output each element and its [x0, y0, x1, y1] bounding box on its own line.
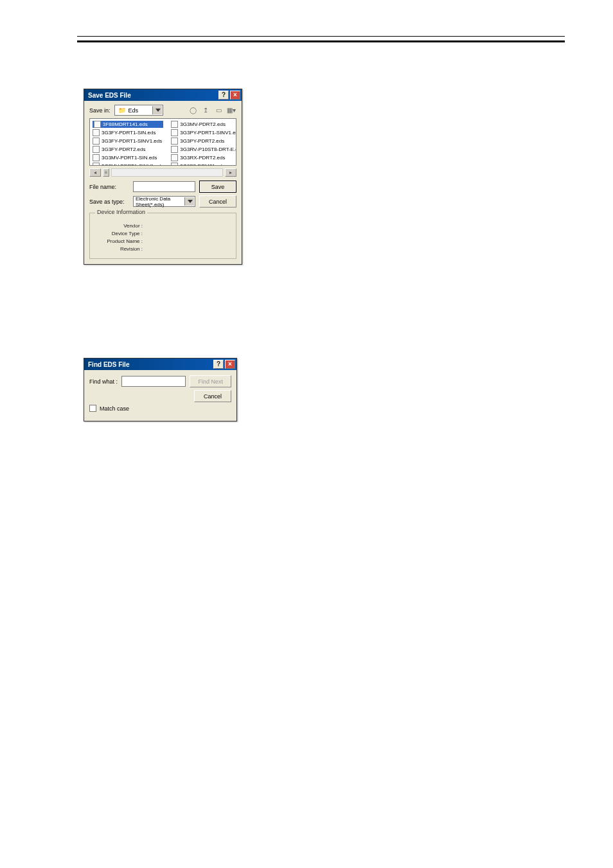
file-item[interactable]: 3G3PY-PDRT1-SINV1.eds — [171, 129, 236, 136]
find-dialog-titlebar: Find EDS File ? × — [84, 359, 236, 370]
save-in-value: Eds — [129, 107, 139, 114]
save-eds-dialog: Save EDS File ? × Save in: 📁 Eds ◯ ↥ ▭ — [84, 89, 242, 265]
file-icon — [171, 121, 178, 128]
file-icon — [171, 154, 178, 161]
cancel-button[interactable]: Cancel — [199, 195, 236, 208]
save-as-type-value: Electronic Data Sheet(*.eds) — [136, 196, 184, 208]
vendor-label: Vendor : — [96, 222, 143, 230]
file-icon — [93, 129, 100, 136]
match-case-label: Match case — [100, 405, 129, 412]
up-icon[interactable]: ↥ — [200, 105, 211, 115]
file-icon — [171, 137, 178, 145]
save-dialog-titlebar: Save EDS File ? × — [84, 89, 242, 101]
scroll-thumb[interactable]: ≡ — [103, 168, 109, 177]
file-icon — [171, 129, 178, 136]
back-icon[interactable]: ◯ — [188, 105, 198, 115]
file-name-input[interactable] — [133, 181, 195, 192]
close-button[interactable]: × — [230, 91, 240, 100]
match-case-checkbox[interactable]: Match case — [89, 405, 129, 412]
find-what-input[interactable] — [121, 376, 186, 387]
save-button[interactable]: Save — [199, 181, 236, 193]
new-folder-icon[interactable]: ▭ — [213, 105, 224, 115]
file-item[interactable]: 3G3RX-PDRT2.eds — [171, 154, 236, 161]
find-dialog-title: Find EDS File — [88, 361, 129, 368]
product-name-label: Product Name : — [96, 238, 143, 245]
file-name-label: File name: — [89, 184, 129, 190]
file-item[interactable]: 3G3RV-P10ST8-DRT-E.eds — [171, 146, 236, 153]
file-item[interactable]: 3G3FY-PDRT2.eds — [93, 146, 163, 153]
save-in-combo[interactable]: 📁 Eds — [114, 105, 163, 116]
folder-icon: 📁 — [117, 105, 127, 115]
save-dialog-title: Save EDS File — [88, 92, 131, 99]
views-icon[interactable]: ▦▾ — [226, 105, 236, 115]
help-button[interactable]: ? — [213, 360, 224, 369]
close-button[interactable]: × — [225, 360, 235, 369]
device-type-label: Device Type : — [96, 230, 143, 238]
file-item[interactable]: 3G3MV-PDRT1-SINV1.eds — [93, 163, 163, 166]
file-item[interactable]: 3G3PY-PDRT2.eds — [171, 137, 236, 145]
find-what-label: Find what : — [89, 378, 118, 385]
file-icon — [94, 121, 101, 128]
checkbox-box — [89, 405, 96, 412]
save-in-label: Save in: — [89, 107, 111, 114]
file-item[interactable]: 3G3FY-PDRT1-SINV1.eds — [93, 137, 163, 145]
horizontal-scrollbar[interactable]: ◂ ≡ ▸ — [89, 168, 236, 177]
file-icon — [171, 146, 178, 153]
file-list[interactable]: 3F88MDRT141.eds 3G3FY-PDRT1-SIN.eds 3G3F… — [89, 118, 236, 166]
device-info-title: Device Information — [95, 209, 147, 215]
scroll-right-button[interactable]: ▸ — [225, 168, 236, 177]
save-as-type-label: Save as type: — [89, 199, 129, 205]
file-item[interactable]: 3F88MDRT141.eds — [93, 121, 163, 128]
file-icon — [93, 163, 100, 166]
find-next-button[interactable]: Find Next — [190, 375, 231, 387]
file-icon — [93, 154, 100, 161]
scroll-left-button[interactable]: ◂ — [89, 168, 101, 177]
file-item[interactable]: 3G3MV-PDRT1-SIN.eds — [93, 154, 163, 161]
save-as-type-combo[interactable]: Electronic Data Sheet(*.eds) — [133, 196, 195, 207]
file-icon — [93, 137, 100, 145]
file-icon — [171, 163, 178, 166]
file-item[interactable]: 3G3FY-PDRT1-SIN.eds — [93, 129, 163, 136]
cancel-button[interactable]: Cancel — [194, 390, 231, 402]
file-item[interactable]: 3G3MV-PDRT2.eds — [171, 121, 236, 128]
help-button[interactable]: ? — [218, 91, 229, 100]
find-eds-dialog: Find EDS File ? × Find what : Find Next … — [84, 358, 237, 421]
file-item[interactable]: 3G8F7-DRM21.eds — [171, 163, 236, 166]
revision-label: Revision : — [96, 245, 143, 253]
device-information-group: Device Information Vendor : Device Type … — [89, 213, 236, 259]
dialog-toolbar: ◯ ↥ ▭ ▦▾ — [188, 105, 236, 115]
scroll-track[interactable] — [111, 168, 223, 177]
file-icon — [93, 146, 100, 153]
